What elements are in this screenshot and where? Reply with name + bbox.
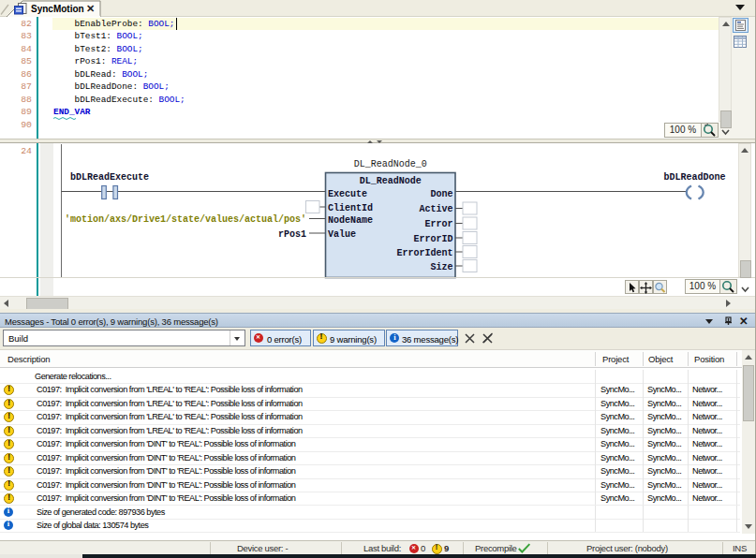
svg-text:ErrorIdent: ErrorIdent	[396, 248, 452, 258]
svg-text:Size: Size	[430, 262, 452, 272]
svg-text:bDLReadExecute: bDLReadExecute	[70, 172, 149, 183]
svg-text:'motion/axs/Drive1/state/value: 'motion/axs/Drive1/state/values/actual/p…	[65, 214, 306, 225]
svg-text:ClientId: ClientId	[328, 203, 373, 213]
svg-text:Value: Value	[328, 229, 356, 240]
svg-text:DL_ReadNode_0: DL_ReadNode_0	[354, 159, 427, 169]
svg-text:Execute: Execute	[328, 189, 367, 199]
svg-text:Active: Active	[419, 204, 452, 214]
svg-text:DL_ReadNode: DL_ReadNode	[360, 176, 422, 186]
svg-text:Done: Done	[430, 189, 452, 199]
svg-text:rPos1: rPos1	[278, 229, 306, 240]
svg-text:Error: Error	[424, 219, 452, 229]
svg-text:NodeName: NodeName	[328, 215, 373, 226]
svg-text:bDLReadDone: bDLReadDone	[663, 172, 725, 183]
svg-text:ErrorID: ErrorID	[413, 234, 452, 244]
